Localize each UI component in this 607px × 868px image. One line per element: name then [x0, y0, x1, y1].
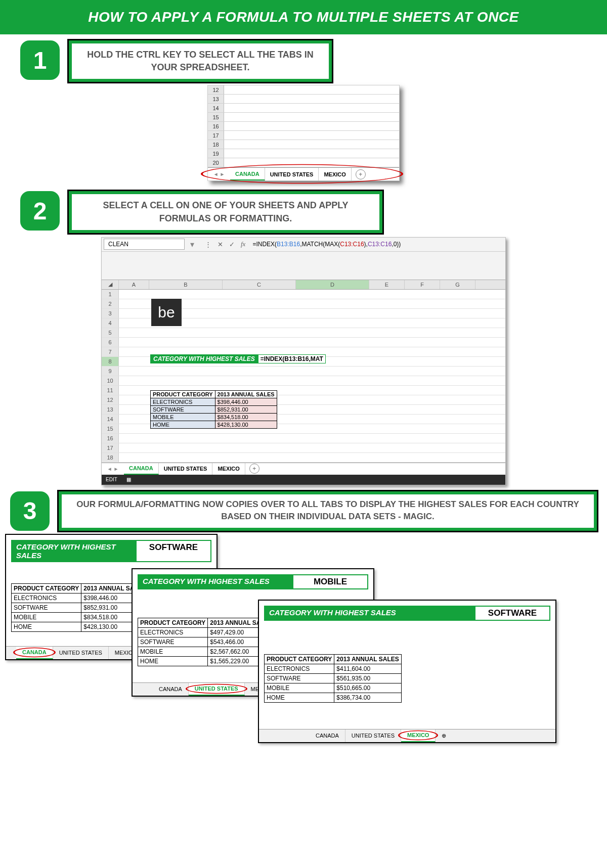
table-cell[interactable]: MOBILE — [138, 647, 208, 656]
table-header: PRODUCT CATEGORY — [138, 618, 208, 627]
row-header[interactable]: 6 — [102, 338, 119, 347]
table-cell[interactable]: $510,665.00 — [334, 683, 401, 693]
row-header[interactable]: 9 — [102, 367, 119, 376]
sheet-tab-mexico[interactable]: MEXICO — [319, 168, 351, 180]
row-header[interactable]: 16 — [102, 434, 119, 443]
table-header: PRODUCT CATEGORY — [12, 583, 81, 593]
active-cell[interactable]: =INDEX(B13:B16,MAT — [258, 354, 326, 363]
sheet-tab-us[interactable]: UNITED STATES — [53, 647, 109, 659]
row-header[interactable]: 4 — [102, 318, 119, 328]
row-header[interactable]: 19 — [208, 149, 224, 158]
table-cell[interactable]: HOME — [12, 622, 81, 631]
col-header[interactable]: C — [223, 280, 296, 289]
highest-sales-label: CATEGORY WITH HIGHEST SALES — [150, 354, 258, 363]
table-header: 2013 ANNUAL SALES — [334, 654, 401, 664]
step1-header: 1 HOLD THE CTRL KEY TO SELECT ALL THE TA… — [0, 40, 607, 82]
highest-sales-label: CATEGORY WITH HIGHEST SALES — [138, 574, 292, 589]
table-cell[interactable]: ELECTRONICS — [265, 664, 334, 673]
table-cell[interactable]: SOFTWARE — [265, 673, 334, 683]
sheet-tab-canada[interactable]: CANADA — [16, 647, 53, 659]
col-header[interactable]: B — [149, 280, 223, 289]
col-header[interactable]: E — [369, 280, 405, 289]
table-cell[interactable]: $386,734.00 — [334, 693, 401, 702]
table-cell[interactable]: HOME — [138, 656, 208, 666]
row-header[interactable]: 13 — [208, 95, 224, 103]
card-mexico: CATEGORY WITH HIGHEST SALES SOFTWARE PRO… — [258, 600, 556, 743]
row-header[interactable]: 20 — [208, 158, 224, 167]
row-header[interactable]: 18 — [102, 453, 119, 462]
fx-icon[interactable]: fx — [241, 240, 245, 248]
row-header[interactable]: 11 — [102, 386, 119, 395]
table-cell[interactable]: ELECTRONICS — [12, 593, 81, 603]
table-cell[interactable]: MOBILE — [265, 683, 334, 693]
row-header[interactable]: 17 — [208, 131, 224, 140]
col-header[interactable]: F — [405, 280, 440, 289]
row-header[interactable]: 14 — [208, 104, 224, 112]
row-header[interactable]: 1 — [102, 290, 119, 299]
row-header[interactable]: 5 — [102, 328, 119, 337]
step1-number: 1 — [20, 40, 60, 80]
formula-bar[interactable]: =INDEX(B13:B16,MATCH(MAX(C13:C16),C13:C1… — [250, 241, 401, 248]
sheet-tab-us[interactable]: UNITED STATES — [345, 729, 401, 742]
step3-text: OUR FORMULA/FORMATTING NOW COPIES OVER T… — [59, 491, 597, 531]
col-header[interactable]: D — [296, 280, 369, 289]
row-header[interactable]: 12 — [102, 395, 119, 404]
table-cell[interactable]: $411,604.00 — [334, 664, 401, 673]
table-cell[interactable]: $428,130.00 — [215, 421, 277, 428]
sheet-tab-canada[interactable]: CANADA — [230, 168, 265, 180]
add-sheet-icon[interactable]: + — [249, 464, 259, 474]
row-header[interactable]: 15 — [208, 113, 224, 121]
tab-nav-arrows[interactable]: ◄ ► — [102, 466, 124, 472]
table-cell[interactable]: $834,518.00 — [215, 413, 277, 421]
enter-formula-icon[interactable]: ✓ — [229, 241, 235, 248]
table-cell[interactable]: $398,446.00 — [215, 398, 277, 405]
row-header[interactable]: 10 — [102, 376, 119, 385]
table-cell[interactable]: SOFTWARE — [12, 603, 81, 612]
name-box[interactable] — [104, 239, 185, 250]
row-header[interactable]: 13 — [102, 405, 119, 414]
table-cell[interactable]: MOBILE — [12, 612, 81, 622]
table-cell[interactable]: SOFTWARE — [138, 637, 208, 647]
table-cell[interactable]: SOFTWARE — [151, 405, 215, 413]
row-header[interactable]: 3 — [102, 309, 119, 318]
sheet-tab-mexico[interactable]: MEXICO — [401, 729, 436, 742]
result-value: MOBILE — [292, 574, 368, 589]
row-header[interactable]: 2 — [102, 299, 119, 308]
data-table: PRODUCT CATEGORY2013 ANNUAL SALES ELECTR… — [138, 618, 275, 666]
page-title: HOW TO APPLY A FORMULA TO MULTIPLE SHEET… — [0, 0, 607, 34]
table-cell[interactable]: MOBILE — [151, 413, 215, 421]
sheet-tab-canada[interactable]: CANADA — [153, 683, 189, 696]
col-header[interactable]: G — [440, 280, 475, 289]
table-cell[interactable]: $852,931.00 — [215, 405, 277, 413]
table-cell[interactable]: HOME — [151, 421, 215, 428]
row-header[interactable]: 17 — [102, 443, 119, 452]
row-header[interactable]: 16 — [208, 122, 224, 130]
select-all-corner[interactable]: ◢ — [102, 280, 119, 289]
table-cell[interactable]: $561,935.00 — [334, 673, 401, 683]
row-header[interactable]: 12 — [208, 85, 224, 94]
tab-nav-arrows[interactable]: ◄ ► — [208, 171, 230, 177]
row-header[interactable]: 8 — [102, 357, 119, 366]
sheet-tab-us[interactable]: UNITED STATES — [159, 463, 213, 475]
table-cell[interactable]: ELECTRONICS — [138, 627, 208, 637]
sheet-tab-canada[interactable]: CANADA — [124, 463, 159, 475]
table-cell[interactable]: HOME — [265, 693, 334, 702]
macro-record-icon[interactable]: ▦ — [126, 477, 131, 482]
formula-expand-icon[interactable]: ⋮ — [205, 241, 211, 248]
row-header[interactable]: 15 — [102, 424, 119, 433]
add-sheet-icon[interactable]: ⊕ — [436, 729, 452, 742]
sheet-tab-canada[interactable]: CANADA — [310, 729, 345, 742]
result-value: SOFTWARE — [136, 540, 211, 562]
step1-screenshot: 12 13 14 15 16 17 18 19 20 ◄ ► CANADA UN… — [207, 85, 400, 181]
sheet-tab-us[interactable]: UNITED STATES — [189, 683, 245, 696]
sheet-tab-us[interactable]: UNITED STATES — [265, 168, 319, 180]
add-sheet-icon[interactable]: + — [356, 169, 366, 179]
cancel-formula-icon[interactable]: ✕ — [218, 241, 223, 248]
row-header[interactable]: 18 — [208, 140, 224, 149]
table-cell[interactable]: ELECTRONICS — [151, 398, 215, 405]
table-header: 2013 ANNUAL SALES — [215, 390, 277, 398]
row-header[interactable]: 7 — [102, 347, 119, 356]
sheet-tab-mexico[interactable]: MEXICO — [212, 463, 245, 475]
col-header[interactable]: A — [119, 280, 149, 289]
row-header[interactable]: 14 — [102, 415, 119, 424]
